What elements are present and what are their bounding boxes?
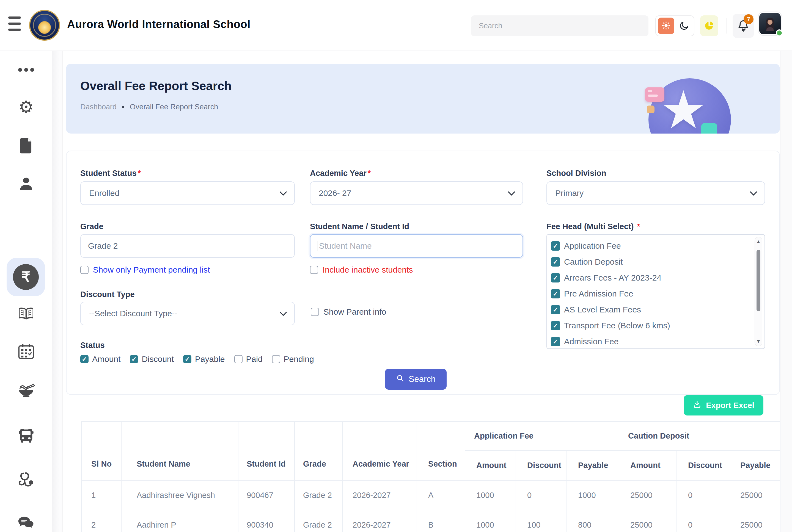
fee-head-option[interactable]: ✓ Admission Fee (551, 334, 765, 349)
grade-input[interactable]: Grade 2 (80, 234, 295, 258)
dark-mode-button[interactable] (674, 21, 694, 31)
cell-academic-year: 2026-2027 (343, 480, 417, 510)
checkbox-checked-icon[interactable]: ✓ (551, 241, 560, 251)
col-header-slno: Sl No (81, 421, 121, 480)
sidebar-item-messages[interactable] (0, 507, 52, 532)
group-header-caution-deposit: Caution Deposit (619, 421, 780, 450)
sidebar-item-fee-collection[interactable]: ₹ (6, 258, 45, 296)
pie-chart-icon (703, 20, 715, 32)
col-header-academic-year: Academic Year (343, 421, 417, 480)
table-row: 2 Aadhiren P 900340 Grade 2 2026-2027 B … (81, 510, 780, 532)
checkbox-checked-icon[interactable]: ✓ (551, 305, 560, 315)
banner-illustration-teal-cube (701, 123, 717, 134)
checkbox-unchecked-icon[interactable] (272, 355, 280, 363)
fee-head-option[interactable]: ✓ Arrears Fees - AY 2023-24 (551, 270, 765, 286)
status-payable-checkbox[interactable]: ✓ Payable (183, 355, 225, 364)
moon-icon (679, 21, 689, 31)
text-caret (318, 241, 318, 251)
sub-header-payable: Payable (729, 450, 780, 480)
cell-caution-amount: 25000 (619, 510, 677, 532)
status-paid-checkbox[interactable]: Paid (234, 355, 263, 364)
fee-head-option[interactable]: ✓ Pre Admission Fee (551, 286, 765, 302)
fee-head-option[interactable]: ✓ Caution Deposit (551, 254, 765, 270)
content-scrollbar-track[interactable] (52, 51, 63, 532)
cell-app-fee-discount: 0 (516, 480, 567, 510)
sidebar-item-more-menu[interactable] (0, 54, 52, 87)
scroll-up-icon[interactable]: ▲ (755, 239, 762, 245)
checkbox-checked-icon[interactable]: ✓ (130, 355, 138, 363)
export-excel-button[interactable]: Export Excel (684, 395, 763, 416)
sidebar-item-students[interactable] (0, 168, 52, 201)
cell-app-fee-payable: 800 (567, 510, 619, 532)
checkbox-unchecked-icon[interactable] (310, 266, 318, 274)
cell-caution-payable: 25000 (729, 480, 780, 510)
sidebar-item-attendance-calendar[interactable] (0, 335, 52, 368)
breadcrumb-current: Overall Fee Report Search (130, 103, 218, 111)
header-divider (726, 18, 727, 34)
open-book-icon (17, 306, 35, 322)
checkbox-checked-icon[interactable]: ✓ (551, 337, 560, 346)
notifications-button[interactable]: 7 (733, 14, 754, 38)
sub-header-discount: Discount (677, 450, 729, 480)
status-amount-checkbox[interactable]: ✓ Amount (80, 355, 121, 364)
cell-slno: 2 (81, 510, 121, 532)
sidebar-item-transport[interactable] (0, 419, 52, 452)
bell-icon (737, 29, 750, 33)
checkbox-checked-icon[interactable]: ✓ (80, 355, 89, 363)
reports-pie-button[interactable] (700, 15, 718, 36)
fee-head-scrollbar[interactable]: ▲ ▼ (755, 237, 762, 346)
chevron-down-icon (279, 189, 287, 198)
checkbox-checked-icon[interactable]: ✓ (551, 321, 560, 330)
checkbox-unchecked-icon[interactable] (80, 266, 89, 274)
light-mode-button[interactable] (658, 18, 674, 34)
cell-app-fee-amount: 1000 (465, 510, 516, 532)
show-parent-info-checkbox[interactable]: Show Parent info (311, 307, 386, 317)
search-button[interactable]: Search (385, 369, 447, 390)
checkbox-checked-icon[interactable]: ✓ (551, 289, 560, 299)
cell-section: A (417, 480, 465, 510)
page-banner: Overall Fee Report Search Dashboard Over… (66, 64, 780, 134)
menu-icon[interactable] (8, 17, 21, 35)
academic-year-select[interactable]: 2026- 27 (310, 182, 523, 205)
sidebar-item-library[interactable] (0, 297, 52, 330)
sidebar-item-documents[interactable] (0, 129, 52, 162)
online-status-dot (776, 30, 783, 37)
checkbox-checked-icon[interactable]: ✓ (183, 355, 191, 363)
scroll-down-icon[interactable]: ▼ (755, 339, 762, 344)
fee-report-filter-card: Student Status* Academic Year* School Di… (66, 151, 780, 395)
fee-head-option[interactable]: ✓ Application Fee (551, 238, 765, 254)
checkbox-unchecked-icon[interactable] (234, 355, 242, 363)
user-avatar[interactable] (758, 12, 781, 35)
sidebar-item-medical[interactable] (0, 463, 52, 496)
fee-head-option[interactable]: ✓ AS Level Exam Fees (551, 302, 765, 318)
status-discount-checkbox[interactable]: ✓ Discount (130, 355, 174, 364)
payment-pending-checkbox[interactable]: Show only Payment pending list (80, 265, 210, 274)
sub-header-discount: Discount (516, 450, 567, 480)
student-name-input[interactable]: Student Name (310, 234, 523, 258)
include-inactive-checkbox[interactable]: Include inactive students (310, 265, 413, 274)
sidebar-item-canteen[interactable] (0, 374, 52, 407)
sidebar-nav: ⚙ ₹ (0, 51, 52, 532)
notification-badge: 7 (743, 14, 754, 24)
school-division-select[interactable]: Primary (547, 182, 765, 205)
search-input[interactable] (471, 15, 648, 36)
status-pending-checkbox[interactable]: Pending (272, 355, 314, 364)
more-options-icon (17, 66, 35, 74)
breadcrumb-dashboard[interactable]: Dashboard (80, 103, 116, 111)
right-gutter (780, 51, 792, 532)
checkbox-unchecked-icon[interactable] (311, 308, 319, 316)
fee-head-label: Fee Head (Multi Select) * (547, 222, 640, 231)
sidebar-item-settings[interactable]: ⚙ (0, 91, 52, 124)
checkbox-checked-icon[interactable]: ✓ (551, 273, 560, 283)
discount-type-select[interactable]: --Select Discount Type-- (80, 302, 295, 325)
fee-head-multiselect[interactable]: ✓ Application Fee ✓ Caution Deposit ✓ Ar… (547, 234, 765, 349)
scrollbar-thumb[interactable] (757, 250, 760, 311)
calendar-icon (18, 343, 35, 361)
cell-slno: 1 (81, 480, 121, 510)
breadcrumb-separator-dot (122, 106, 124, 108)
fee-head-option[interactable]: ✓ Transport Fee (Below 6 kms) (551, 318, 765, 334)
checkbox-checked-icon[interactable]: ✓ (551, 257, 560, 267)
cell-caution-payable: 25000 (729, 510, 780, 532)
table-row: 1 Aadhirashree Vignesh 900467 Grade 2 20… (81, 480, 780, 510)
student-status-select[interactable]: Enrolled (80, 182, 295, 205)
